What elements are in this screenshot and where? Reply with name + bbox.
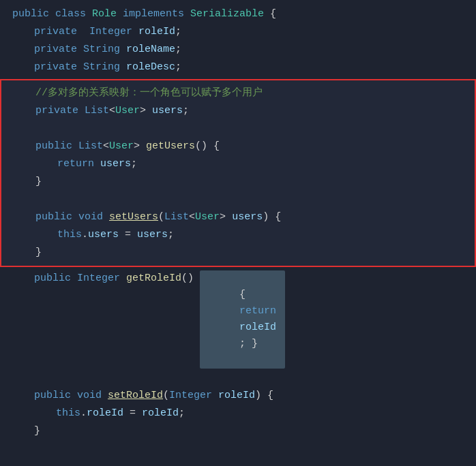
- line-return-users: return users ;: [1, 155, 475, 173]
- line-users-field: private List < User > users ;: [1, 102, 475, 120]
- class-role: Role: [92, 6, 123, 22]
- line-getroleid: public Integer getRoleId () { return rol…: [0, 270, 476, 369]
- line-comment: //多对多的关系映射：一个角色可以赋予多个用户: [1, 84, 475, 102]
- keyword-class: class: [55, 6, 92, 22]
- line-this-roleid: this . roleId = roleId ;: [0, 405, 476, 422]
- line-this-users: this . users = users ;: [1, 226, 475, 244]
- line-close-getusers: }: [1, 173, 475, 191]
- line-rolename-field: private String roleName ;: [0, 41, 476, 59]
- keyword-implements: implements: [123, 6, 190, 22]
- line-empty1: [1, 120, 475, 138]
- class-serializable: Serializable: [190, 6, 270, 22]
- line-setusers-decl: public void setUsers ( List < User > use…: [1, 208, 475, 226]
- line-empty3: [0, 369, 476, 387]
- line-roleid-field: private Integer roleId ;: [0, 23, 476, 41]
- keyword-public: public: [12, 6, 55, 22]
- line-close-setusers: }: [1, 244, 475, 262]
- line-getusers-decl: public List < User > getUsers () {: [1, 138, 475, 155]
- line-empty2: [1, 191, 475, 208]
- code-editor: public class Role implements Serializabl…: [0, 0, 476, 466]
- highlighted-region: //多对多的关系映射：一个角色可以赋予多个用户 private List < U…: [0, 79, 476, 267]
- brace-open: {: [270, 6, 276, 22]
- line-close-setroleid: }: [0, 422, 476, 440]
- line-setroleid-decl: public void setRoleId ( Integer roleId )…: [0, 387, 476, 405]
- line-roledesc-field: private String roleDesc ;: [0, 59, 476, 76]
- line-class-decl: public class Role implements Serializabl…: [0, 5, 476, 23]
